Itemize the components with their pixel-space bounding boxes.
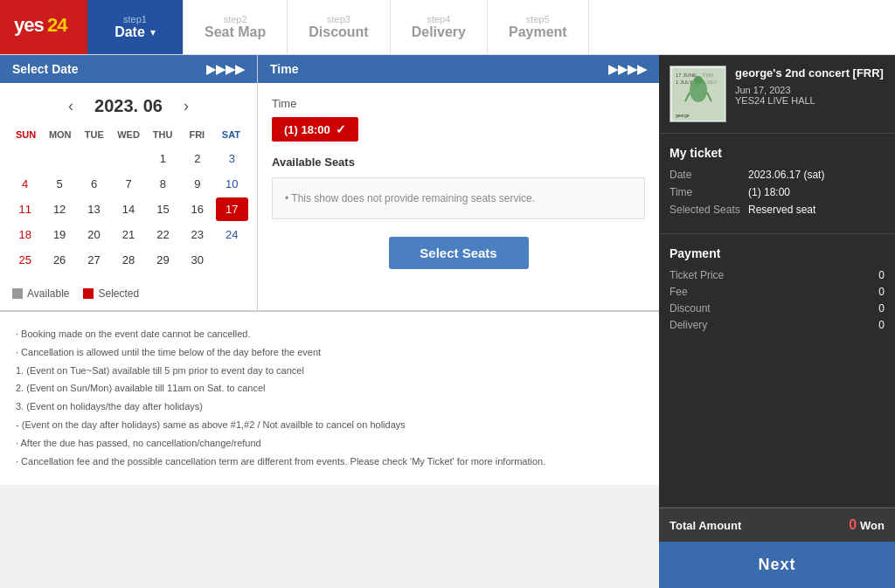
svg-text:24: 24: [47, 14, 68, 36]
cal-empty-end: [216, 248, 248, 272]
legend-selected-label: Selected: [98, 287, 139, 300]
payment-details-section: Payment Ticket Price 0 Fee 0 Discount 0 …: [659, 234, 895, 508]
svg-text:17 JUNE: 17 JUNE: [676, 73, 697, 78]
ticket-date-val: 2023.06.17 (sat): [748, 169, 824, 181]
payment-discount-val: 0: [878, 302, 885, 315]
ticket-time-row: Time (1) 18:00: [670, 186, 885, 198]
step1-arrow: ▾: [150, 26, 156, 38]
cal-day-29[interactable]: 29: [147, 248, 179, 272]
payment-discount-key: Discount: [670, 302, 711, 315]
cal-empty-3: [78, 147, 110, 170]
step-delivery[interactable]: step4 Delivery: [391, 0, 488, 54]
payment-ticket-price-val: 0: [878, 269, 885, 281]
cal-day-19[interactable]: 19: [43, 223, 75, 246]
svg-point-6: [694, 76, 703, 85]
cal-day-3[interactable]: 3: [216, 147, 248, 170]
logo[interactable]: yes 24: [0, 0, 87, 54]
ticket-seats-row: Selected Seats Reserved seat: [670, 204, 885, 216]
calendar-table: SUN MON TUE WED THU FRI SAT: [0, 126, 257, 280]
step3-num: step3: [327, 14, 350, 24]
notice-2: · Cancellation is allowed until the time…: [16, 344, 643, 362]
cal-day-2[interactable]: 2: [181, 147, 213, 170]
total-section: Total Amount 0 Won: [659, 508, 895, 542]
cal-day-26[interactable]: 26: [43, 248, 75, 272]
date-time-row: Select Date ▶▶▶▶ ‹ 2023. 06 › SUN MON: [0, 55, 659, 311]
calendar-grid: 1 2 3 4 5 6 7 8 9 10 11: [9, 147, 248, 272]
cal-day-24[interactable]: 24: [216, 223, 248, 246]
calendar-header: Select Date ▶▶▶▶: [0, 55, 257, 83]
svg-text:yes: yes: [14, 14, 44, 36]
payment-fee-val: 0: [878, 286, 885, 298]
step-seatmap[interactable]: step2 Seat Map: [184, 0, 288, 54]
cal-day-18[interactable]: 18: [9, 223, 41, 246]
notice-8: · Cancellation fee and the possible canc…: [16, 453, 643, 471]
payment-title: Payment: [670, 246, 885, 260]
time-header: Time ▶▶▶▶: [258, 55, 659, 83]
select-seats-button[interactable]: Select Seats: [389, 237, 529, 269]
cal-empty-4: [112, 147, 144, 170]
cal-day-10[interactable]: 10: [216, 172, 248, 196]
cal-day-9[interactable]: 9: [181, 172, 213, 196]
available-seats-label: Available Seats: [272, 156, 645, 169]
legend-available-box: [12, 288, 23, 299]
calendar-month-display: 2023. 06: [94, 96, 163, 116]
cal-day-14[interactable]: 14: [112, 197, 144, 221]
cal-day-1[interactable]: 1: [147, 147, 179, 170]
ticket-seats-key: Selected Seats: [670, 204, 748, 216]
next-month-button[interactable]: ›: [177, 95, 196, 117]
cal-day-27[interactable]: 27: [78, 248, 110, 272]
calendar-section: Select Date ▶▶▶▶ ‹ 2023. 06 › SUN MON: [0, 55, 258, 310]
payment-fee-key: Fee: [670, 286, 688, 298]
next-button[interactable]: Next: [659, 542, 895, 588]
cal-day-25[interactable]: 25: [9, 248, 41, 272]
left-panel: Select Date ▶▶▶▶ ‹ 2023. 06 › SUN MON: [0, 55, 659, 588]
cal-day-15[interactable]: 15: [147, 197, 179, 221]
time-header-arrows: ▶▶▶▶: [608, 62, 647, 76]
cal-day-8[interactable]: 8: [147, 172, 179, 196]
step2-num: step2: [224, 14, 247, 24]
notice-3: 1. (Event on Tue~Sat) available till 5 p…: [16, 363, 643, 380]
step4-label: Delivery: [412, 24, 466, 40]
cal-day-17[interactable]: 17: [216, 197, 248, 221]
dow-sat: SAT: [214, 126, 248, 143]
cal-day-5[interactable]: 5: [43, 172, 75, 196]
cal-day-7[interactable]: 7: [112, 172, 144, 196]
cal-day-12[interactable]: 12: [43, 197, 75, 221]
step-payment[interactable]: step5 Payment: [488, 0, 589, 54]
cal-empty-2: [43, 147, 75, 170]
total-amount-display: 0 Won: [849, 517, 885, 533]
cal-day-21[interactable]: 21: [112, 223, 144, 246]
ticket-time-val: (1) 18:00: [748, 186, 790, 198]
svg-text:8 JULY: 8 JULY: [703, 80, 718, 85]
total-currency-label: Won: [860, 519, 885, 532]
dow-sun: SUN: [9, 126, 43, 143]
prev-month-button[interactable]: ‹: [61, 95, 80, 117]
concert-details: george's 2nd concert [FRR] Jun 17, 2023 …: [735, 66, 885, 122]
svg-text:george: george: [676, 113, 690, 118]
no-seats-message: This show does not provide remaining sea…: [272, 177, 645, 219]
ticket-date-key: Date: [670, 169, 748, 181]
calendar-nav: ‹ 2023. 06 ›: [0, 83, 257, 126]
cal-day-13[interactable]: 13: [78, 197, 110, 221]
cal-day-11[interactable]: 11: [9, 197, 41, 221]
notice-section: · Booking made on the event date cannot …: [0, 311, 659, 485]
cal-day-28[interactable]: 28: [112, 248, 144, 272]
right-panel: 17 JUNE 1 JULY george FRR 8 JULY george'…: [659, 55, 895, 588]
payment-fee-row: Fee 0: [670, 286, 885, 298]
cal-day-4[interactable]: 4: [9, 172, 41, 196]
cal-day-30[interactable]: 30: [181, 248, 213, 272]
step-discount[interactable]: step3 Discount: [288, 0, 390, 54]
step1-label: Date: [114, 24, 145, 40]
cal-day-22[interactable]: 22: [147, 223, 179, 246]
cal-day-20[interactable]: 20: [78, 223, 110, 246]
cal-day-16[interactable]: 16: [181, 197, 213, 221]
my-ticket-section: My ticket Date 2023.06.17 (sat) Time (1)…: [659, 134, 895, 234]
dow-tue: TUE: [77, 126, 111, 143]
time-select-button[interactable]: (1) 18:00 ✓: [272, 117, 358, 142]
payment-delivery-val: 0: [878, 319, 885, 331]
cal-day-23[interactable]: 23: [181, 223, 213, 246]
time-label: Time: [272, 97, 645, 110]
step-date[interactable]: step1 Date ▾: [87, 0, 184, 54]
steps-nav: step1 Date ▾ step2 Seat Map step3 Discou…: [87, 0, 895, 54]
cal-day-6[interactable]: 6: [78, 172, 110, 196]
